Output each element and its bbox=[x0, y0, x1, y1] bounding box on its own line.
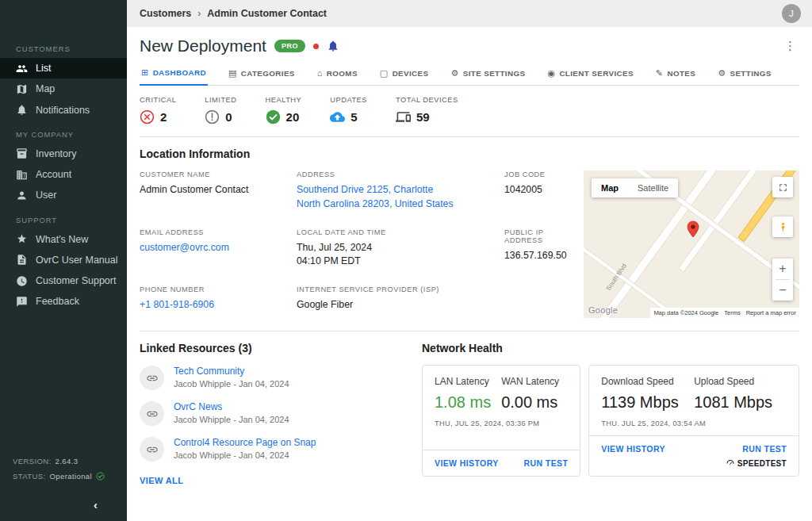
version-line: VERSION: 2.64.3 bbox=[13, 457, 127, 465]
breadcrumb-customers[interactable]: Customers bbox=[140, 8, 191, 19]
view-history-link[interactable]: VIEW HISTORY bbox=[435, 458, 499, 468]
map-data-text: Map data ©2024 Google bbox=[653, 309, 718, 316]
download-speed: Download Speed 1139 Mbps bbox=[601, 376, 694, 412]
link-icon bbox=[140, 437, 164, 462]
tab-settings[interactable]: ⚙SETTINGS bbox=[716, 62, 772, 85]
sidebar-item-inventory[interactable]: Inventory bbox=[0, 144, 127, 164]
run-test-link[interactable]: RUN TEST bbox=[742, 444, 787, 454]
tab-dashboard[interactable]: ⊞DASHBOARD bbox=[140, 62, 208, 86]
tab-devices[interactable]: ▢DEVICES bbox=[378, 62, 431, 85]
sidebar-item-customer-support[interactable]: Customer Support bbox=[0, 270, 127, 291]
view-all-link[interactable]: VIEW ALL bbox=[140, 476, 183, 485]
field-label: ADDRESS bbox=[297, 170, 495, 178]
tab-label: NOTES bbox=[667, 69, 695, 78]
tab-rooms[interactable]: ⌂ROOMS bbox=[316, 62, 359, 85]
stat-total-devices: TOTAL DEVICES 59 bbox=[396, 96, 458, 125]
gauge-icon bbox=[726, 458, 735, 468]
address-link[interactable]: Southend Drive 2125, Charlotte North Car… bbox=[297, 183, 495, 212]
categories-icon: ▤ bbox=[228, 68, 237, 79]
run-test-link[interactable]: RUN TEST bbox=[524, 458, 569, 468]
sidebar-item-label: Map bbox=[36, 82, 55, 95]
version-value: 2.64.3 bbox=[56, 457, 79, 465]
sidebar-item-feedback[interactable]: Feedback bbox=[0, 291, 127, 312]
lan-latency: LAN Latency 1.08 ms bbox=[435, 376, 501, 412]
gear-icon: ⚙ bbox=[450, 68, 458, 79]
user-avatar[interactable]: J bbox=[782, 4, 801, 23]
resource-meta: Jacob Whipple - Jan 04, 2024 bbox=[174, 415, 289, 424]
sidebar-item-label: Feedback bbox=[36, 295, 79, 308]
metric-label: Upload Speed bbox=[694, 376, 787, 387]
sidebar-item-map[interactable]: Map bbox=[0, 79, 127, 99]
devices-monitor-icon bbox=[396, 109, 411, 125]
terms-link[interactable]: Terms bbox=[724, 309, 740, 316]
field-customer-name: CUSTOMER NAME Admin Customer Contact bbox=[140, 170, 287, 212]
device-status-summary: CRITICAL 2 LIMITED 0 HEALTHY 20 UPDATES … bbox=[140, 86, 799, 137]
sidebar-item-user[interactable]: User bbox=[0, 185, 127, 205]
field-email: EMAIL ADDRESS customer@ovrc.com bbox=[140, 228, 287, 270]
speed-timestamp: THU. JUL 25, 2024, 03:54 AM bbox=[601, 419, 787, 427]
resource-link[interactable]: Control4 Resource Page on Snap bbox=[174, 437, 316, 448]
resource-meta: Jacob Whipple - Jan 04, 2024 bbox=[174, 379, 289, 389]
field-label: CUSTOMER NAME bbox=[140, 170, 287, 178]
collapse-sidebar-button[interactable]: ‹ bbox=[0, 493, 127, 521]
rooms-icon: ⌂ bbox=[317, 68, 323, 78]
sidebar-item-label: List bbox=[36, 62, 51, 75]
building-icon bbox=[16, 169, 28, 181]
email-link[interactable]: customer@ovrc.com bbox=[140, 241, 287, 255]
sidebar-item-list[interactable]: List bbox=[0, 58, 127, 79]
resource-link[interactable]: OvrC News bbox=[174, 401, 289, 412]
zoom-out-button[interactable]: − bbox=[772, 280, 793, 301]
satellite-button[interactable]: Satellite bbox=[628, 178, 678, 197]
upload-speed: Upload Speed 1081 Mbps bbox=[694, 376, 787, 412]
sidebar-item-whats-new[interactable]: What's New bbox=[0, 229, 127, 250]
map-button[interactable]: Map bbox=[592, 178, 628, 197]
sidebar-item-label: Account bbox=[36, 168, 71, 181]
tab-categories[interactable]: ▤CATEGORIES bbox=[227, 62, 297, 85]
datetime-line2: 04:10 PM EDT bbox=[297, 255, 495, 269]
zoom-in-button[interactable]: + bbox=[772, 259, 793, 279]
datetime-line1: Thu, Jul 25, 2024 bbox=[297, 241, 495, 255]
field-value: 136.57.169.50 bbox=[504, 249, 571, 263]
sidebar-item-label: Notifications bbox=[36, 104, 90, 117]
metric-value: 1139 Mbps bbox=[601, 393, 694, 412]
kebab-menu-icon[interactable]: ⋮ bbox=[781, 39, 799, 53]
sidebar-item-user-manual[interactable]: OvrC User Manual bbox=[0, 250, 127, 270]
stat-label: UPDATES bbox=[330, 96, 367, 104]
tab-label: SETTINGS bbox=[730, 69, 772, 78]
view-history-link[interactable]: VIEW HISTORY bbox=[601, 444, 665, 454]
notification-bell-icon[interactable] bbox=[327, 40, 339, 52]
version-label: VERSION: bbox=[13, 457, 52, 465]
tab-client-services[interactable]: ◉CLIENT SERVICES bbox=[546, 62, 634, 85]
speed-card: Download Speed 1139 Mbps Upload Speed 10… bbox=[588, 365, 799, 477]
resource-link[interactable]: Tech Community bbox=[174, 366, 289, 377]
sidebar-item-notifications[interactable]: Notifications bbox=[0, 100, 127, 121]
list-item: OvrC News Jacob Whipple - Jan 04, 2024 bbox=[140, 401, 401, 426]
bottom-row: Linked Resources (3) Tech Community Jaco… bbox=[140, 331, 799, 487]
fullscreen-button[interactable] bbox=[772, 177, 793, 197]
map-widget[interactable]: South Blvd Map Satellite + − Google bbox=[584, 170, 799, 318]
tab-notes[interactable]: ✎NOTES bbox=[654, 62, 697, 85]
tab-label: DASHBOARD bbox=[153, 68, 206, 77]
alert-dot-icon bbox=[313, 44, 319, 49]
status-ok-icon bbox=[96, 472, 105, 481]
stat-value: 2 bbox=[160, 110, 167, 124]
stat-healthy: HEALTHY 20 bbox=[266, 96, 302, 125]
phone-link[interactable]: +1 801-918-6906 bbox=[140, 298, 287, 312]
clock-icon bbox=[16, 275, 28, 287]
tab-label: CLIENT SERVICES bbox=[559, 69, 633, 78]
sidebar-item-account[interactable]: Account bbox=[0, 164, 127, 185]
status-label: STATUS: bbox=[13, 472, 46, 481]
stat-value: 20 bbox=[286, 110, 300, 124]
stat-label: CRITICAL bbox=[140, 96, 176, 104]
address-line2: North Carolina 28203, United States bbox=[297, 197, 495, 212]
address-line1: Southend Drive 2125, Charlotte bbox=[297, 183, 495, 197]
metric-label: LAN Latency bbox=[435, 376, 501, 387]
cloud-update-icon bbox=[330, 109, 345, 125]
report-error-link[interactable]: Report a map error bbox=[746, 309, 796, 316]
map-pin-icon[interactable] bbox=[684, 220, 703, 239]
breadcrumb-bar: Customers › Admin Customer Contact J bbox=[127, 0, 812, 27]
list-item: Control4 Resource Page on Snap Jacob Whi… bbox=[140, 437, 401, 462]
tab-site-settings[interactable]: ⚙SITE SETTINGS bbox=[449, 62, 527, 85]
stat-value: 0 bbox=[225, 110, 232, 124]
pegman-icon[interactable] bbox=[772, 216, 793, 237]
